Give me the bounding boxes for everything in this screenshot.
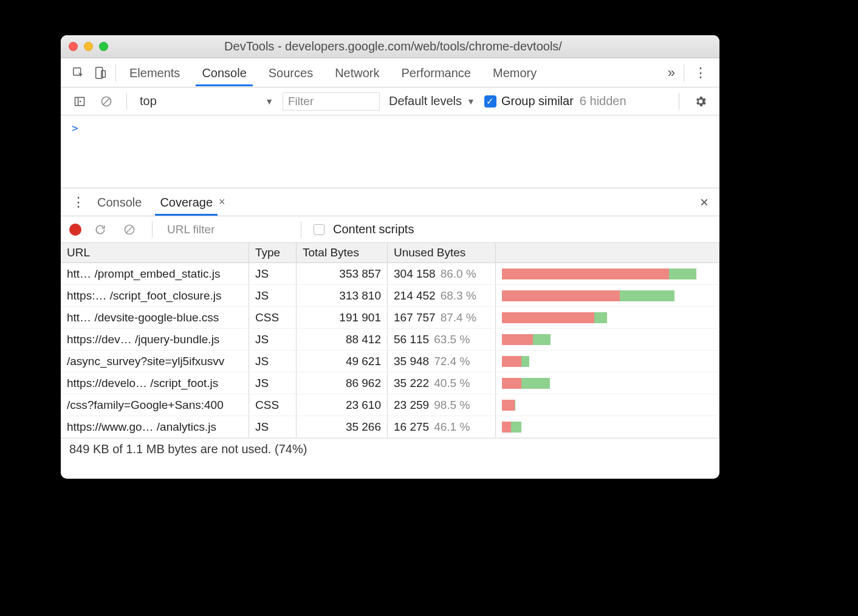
tab-memory[interactable]: Memory bbox=[490, 60, 539, 86]
content-scripts-label: Content scripts bbox=[333, 222, 414, 236]
window-title: DevTools - developers.google.com/web/too… bbox=[108, 39, 678, 53]
overflow-tabs-button[interactable]: » bbox=[664, 65, 679, 81]
execution-context-selector[interactable]: top ▼ bbox=[137, 92, 276, 110]
cell-type: JS bbox=[249, 351, 297, 372]
usage-bar bbox=[502, 334, 551, 345]
table-row[interactable]: htt… /prompt_embed_static.jsJS353 857304… bbox=[61, 263, 719, 285]
close-drawer-button[interactable]: × bbox=[695, 194, 713, 211]
cell-bar bbox=[496, 394, 719, 416]
cell-url: htt… /prompt_embed_static.js bbox=[61, 263, 249, 284]
coverage-status: 849 KB of 1.1 MB bytes are not used. (74… bbox=[61, 438, 719, 460]
table-row[interactable]: https://www.go… /analytics.jsJS35 26616 … bbox=[61, 416, 719, 438]
console-filter-input[interactable]: Filter bbox=[283, 92, 380, 111]
more-options-icon[interactable]: ⋮ bbox=[689, 65, 712, 81]
cell-unused: 35 22240.5 % bbox=[388, 372, 496, 394]
col-type[interactable]: Type bbox=[249, 243, 297, 262]
drawer-header: ⋮ ConsoleCoverage× × bbox=[61, 188, 719, 216]
inspect-element-icon[interactable] bbox=[68, 63, 89, 83]
clear-icon[interactable] bbox=[119, 219, 140, 240]
divider bbox=[152, 221, 153, 238]
cell-total: 313 810 bbox=[297, 285, 388, 306]
table-row[interactable]: https://dev… /jquery-bundle.jsJS88 41256… bbox=[61, 329, 719, 351]
col-bar bbox=[496, 243, 719, 262]
group-similar-checkbox[interactable]: ✓ bbox=[484, 95, 496, 108]
drawer-more-icon[interactable]: ⋮ bbox=[67, 194, 90, 210]
close-window-button[interactable] bbox=[69, 42, 78, 51]
cell-total: 191 901 bbox=[297, 307, 388, 328]
cell-unused: 23 25998.5 % bbox=[388, 394, 496, 416]
cell-total: 88 412 bbox=[297, 329, 388, 350]
cell-url: htt… /devsite-google-blue.css bbox=[61, 307, 249, 328]
chevron-down-icon: ▼ bbox=[467, 97, 475, 106]
cell-unused: 167 75787.4 % bbox=[388, 307, 496, 328]
cell-url: https://develo… /script_foot.js bbox=[61, 372, 249, 394]
drawer-tab-console[interactable]: Console bbox=[94, 190, 145, 215]
usage-bar bbox=[502, 356, 529, 367]
content-scripts-checkbox[interactable] bbox=[314, 224, 324, 235]
record-button[interactable] bbox=[69, 224, 81, 236]
cell-bar bbox=[496, 285, 719, 306]
table-row[interactable]: https://develo… /script_foot.jsJS86 9623… bbox=[61, 372, 719, 394]
divider bbox=[301, 221, 301, 238]
window-titlebar: DevTools - developers.google.com/web/too… bbox=[61, 35, 719, 58]
console-toolbar: top ▼ Filter Default levels ▼ ✓ Group si… bbox=[61, 87, 719, 115]
table-row[interactable]: https:… /script_foot_closure.jsJS313 810… bbox=[61, 285, 719, 307]
cell-unused: 16 27546.1 % bbox=[388, 416, 496, 437]
tab-network[interactable]: Network bbox=[332, 60, 382, 86]
device-toolbar-icon[interactable] bbox=[90, 63, 111, 83]
usage-bar bbox=[502, 400, 515, 411]
cell-bar bbox=[496, 372, 719, 394]
tab-elements[interactable]: Elements bbox=[127, 60, 182, 86]
tab-performance[interactable]: Performance bbox=[399, 60, 474, 86]
hidden-count[interactable]: 6 hidden bbox=[580, 94, 626, 108]
panel-tabs: ElementsConsoleSourcesNetworkPerformance… bbox=[127, 60, 663, 86]
coverage-toolbar: URL filter Content scripts bbox=[61, 216, 719, 243]
tab-sources[interactable]: Sources bbox=[266, 60, 315, 86]
table-row[interactable]: htt… /devsite-google-blue.cssCSS191 9011… bbox=[61, 307, 719, 329]
table-row[interactable]: /async_survey?site=ylj5ifxusvvJS49 62135… bbox=[61, 351, 719, 372]
cell-type: JS bbox=[249, 416, 297, 437]
cell-total: 86 962 bbox=[297, 372, 388, 394]
cell-unused: 35 94872.4 % bbox=[388, 351, 496, 372]
svg-rect-2 bbox=[101, 70, 105, 77]
show-console-sidebar-icon[interactable] bbox=[69, 91, 90, 112]
drawer-tab-coverage[interactable]: Coverage bbox=[156, 190, 216, 215]
cell-bar bbox=[496, 307, 719, 328]
cell-total: 23 610 bbox=[297, 394, 388, 416]
coverage-table-header: URL Type Total Bytes Unused Bytes bbox=[61, 243, 719, 263]
coverage-table-body: htt… /prompt_embed_static.jsJS353 857304… bbox=[61, 263, 719, 438]
col-total[interactable]: Total Bytes bbox=[297, 243, 388, 262]
cell-type: CSS bbox=[249, 394, 297, 416]
close-tab-icon[interactable]: × bbox=[219, 196, 225, 208]
cell-unused: 214 45268.3 % bbox=[388, 285, 496, 306]
usage-bar bbox=[502, 290, 674, 301]
col-unused[interactable]: Unused Bytes bbox=[388, 243, 496, 262]
cell-bar bbox=[496, 263, 719, 284]
clear-console-icon[interactable] bbox=[96, 91, 117, 112]
console-body[interactable]: > bbox=[61, 115, 719, 188]
gear-icon[interactable] bbox=[690, 91, 711, 112]
cell-url: https://dev… /jquery-bundle.js bbox=[61, 329, 249, 350]
cell-type: JS bbox=[249, 263, 297, 284]
console-prompt-icon: > bbox=[72, 121, 78, 134]
cell-url: /css?family=Google+Sans:400 bbox=[61, 394, 249, 416]
url-filter-input[interactable]: URL filter bbox=[167, 223, 289, 236]
divider bbox=[115, 64, 116, 81]
cell-url: /async_survey?site=ylj5ifxusvv bbox=[61, 351, 249, 372]
divider bbox=[684, 64, 684, 81]
usage-bar bbox=[502, 269, 696, 279]
tab-console[interactable]: Console bbox=[199, 60, 249, 86]
cell-bar bbox=[496, 351, 719, 372]
table-row[interactable]: /css?family=Google+Sans:400CSS23 61023 2… bbox=[61, 394, 719, 416]
cell-total: 353 857 bbox=[297, 263, 388, 284]
cell-type: CSS bbox=[249, 307, 297, 328]
reload-icon[interactable] bbox=[90, 219, 111, 240]
main-toolbar: ElementsConsoleSourcesNetworkPerformance… bbox=[61, 58, 719, 87]
col-url[interactable]: URL bbox=[61, 243, 249, 262]
minimize-window-button[interactable] bbox=[84, 42, 93, 51]
zoom-window-button[interactable] bbox=[99, 42, 108, 51]
cell-unused: 304 15886.0 % bbox=[388, 263, 496, 284]
divider bbox=[679, 93, 679, 110]
cell-url: https://www.go… /analytics.js bbox=[61, 416, 249, 437]
log-levels-selector[interactable]: Default levels ▼ bbox=[386, 92, 478, 110]
